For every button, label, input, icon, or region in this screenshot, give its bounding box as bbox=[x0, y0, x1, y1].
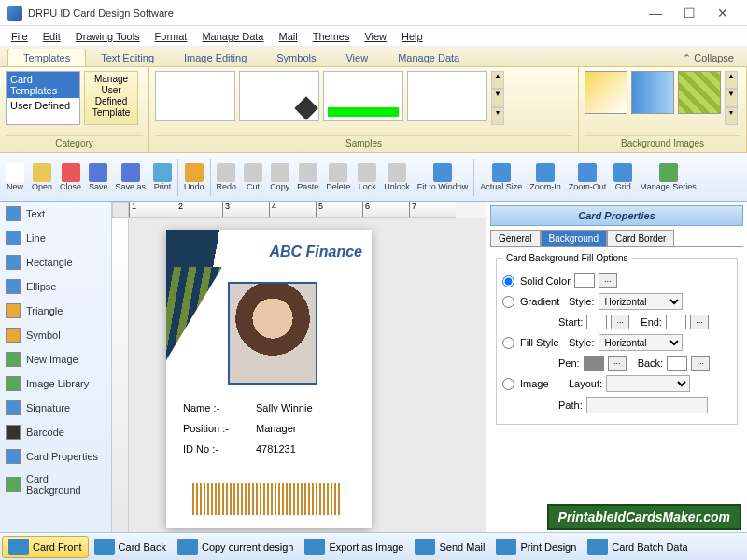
tool-imagelib[interactable]: Image Library bbox=[0, 371, 111, 396]
save-button[interactable]: Save bbox=[85, 161, 112, 193]
tool-symbol[interactable]: Symbol bbox=[0, 323, 111, 347]
pen-swatch[interactable] bbox=[584, 356, 604, 371]
ribbon-tab-symbols[interactable]: Symbols bbox=[261, 49, 331, 66]
solid-color-picker-button[interactable]: ... bbox=[599, 273, 617, 288]
footer-front-button[interactable]: Card Front bbox=[2, 536, 89, 558]
sample-down-button[interactable]: ▼ bbox=[491, 89, 504, 106]
gradient-end-swatch[interactable] bbox=[666, 315, 686, 329]
solid-color-radio[interactable] bbox=[502, 275, 514, 287]
image-radio[interactable] bbox=[502, 378, 514, 390]
sample-up-button[interactable]: ▲ bbox=[491, 71, 504, 89]
gradient-end-picker[interactable]: ... bbox=[690, 315, 709, 329]
close-button[interactable]: Close bbox=[56, 161, 85, 193]
sample-card[interactable] bbox=[323, 71, 403, 121]
prop-tab-card-border[interactable]: Card Border bbox=[607, 230, 674, 246]
paste-button[interactable]: Paste bbox=[293, 161, 322, 193]
ribbon-tab-text-editing[interactable]: Text Editing bbox=[86, 49, 169, 66]
tool-text[interactable]: Text bbox=[0, 202, 111, 226]
footer-sendmail-button[interactable]: Send Mail bbox=[409, 537, 490, 557]
canvas-stage[interactable]: ABC Finance Name :-Sally WinniePosition … bbox=[129, 218, 486, 532]
bg-up-button[interactable]: ▲ bbox=[725, 71, 738, 89]
barcode[interactable] bbox=[192, 483, 342, 515]
menu-help[interactable]: Help bbox=[394, 29, 430, 44]
fit-button[interactable]: Fit to Window bbox=[414, 161, 472, 193]
tool-rectangle[interactable]: Rectangle bbox=[0, 250, 111, 274]
category-item[interactable]: Card Templates bbox=[7, 72, 79, 98]
close-button[interactable]: ✕ bbox=[706, 4, 740, 22]
back-swatch[interactable] bbox=[667, 356, 687, 371]
sample-card[interactable] bbox=[239, 71, 319, 121]
gradient-start-picker[interactable]: ... bbox=[611, 315, 629, 329]
bg-more-button[interactable]: ▾ bbox=[725, 107, 738, 125]
bg-thumb[interactable] bbox=[585, 71, 627, 114]
menu-themes[interactable]: Themes bbox=[305, 29, 358, 44]
menu-drawing-tools[interactable]: Drawing Tools bbox=[68, 29, 148, 44]
menu-manage-data[interactable]: Manage Data bbox=[194, 29, 271, 44]
sample-more-button[interactable]: ▾ bbox=[491, 107, 504, 125]
grid-button[interactable]: Grid bbox=[610, 161, 636, 193]
tool-newimage[interactable]: New Image bbox=[0, 347, 111, 371]
series-button[interactable]: Manage Series bbox=[636, 161, 700, 193]
menu-file[interactable]: File bbox=[4, 29, 35, 44]
ribbon-tab-image-editing[interactable]: Image Editing bbox=[169, 49, 261, 66]
tool-cardbg[interactable]: Card Background bbox=[0, 469, 111, 500]
ribbon-tab-manage-data[interactable]: Manage Data bbox=[383, 49, 474, 66]
gradient-start-swatch[interactable] bbox=[586, 315, 607, 329]
tool-signature[interactable]: Signature bbox=[0, 396, 111, 420]
delete-button[interactable]: Delete bbox=[322, 161, 354, 193]
sample-card[interactable] bbox=[155, 71, 235, 121]
print-button[interactable]: Print bbox=[149, 161, 176, 193]
footer-back-button[interactable]: Card Back bbox=[89, 537, 172, 557]
category-list[interactable]: Card Templates User Defined bbox=[6, 71, 80, 125]
prop-tab-general[interactable]: General bbox=[490, 230, 541, 246]
image-path-input[interactable] bbox=[586, 397, 708, 413]
manage-template-button[interactable]: Manage User Defined Template bbox=[84, 71, 138, 125]
ribbon-tab-templates[interactable]: Templates bbox=[7, 49, 86, 66]
footer-export-button[interactable]: Export as Image bbox=[299, 537, 409, 557]
copy-button[interactable]: Copy bbox=[266, 161, 293, 193]
bg-thumb[interactable] bbox=[678, 71, 721, 114]
bg-thumb[interactable] bbox=[631, 71, 674, 114]
back-picker[interactable]: ... bbox=[691, 356, 710, 371]
id-card[interactable]: ABC Finance Name :-Sally WinniePosition … bbox=[166, 230, 372, 528]
open-button[interactable]: Open bbox=[28, 161, 56, 193]
zoomout-button[interactable]: Zoom-Out bbox=[565, 161, 611, 193]
tool-triangle[interactable]: Triangle bbox=[0, 299, 111, 323]
saveas-button[interactable]: Save as bbox=[112, 161, 150, 193]
bg-down-button[interactable]: ▼ bbox=[725, 89, 738, 106]
sample-card[interactable] bbox=[407, 71, 487, 121]
solid-color-swatch[interactable] bbox=[574, 273, 595, 288]
cut-button[interactable]: Cut bbox=[240, 161, 266, 193]
redo-button[interactable]: Redo bbox=[213, 161, 241, 193]
maximize-button[interactable]: ☐ bbox=[672, 4, 706, 22]
lock-button[interactable]: Lock bbox=[354, 161, 380, 193]
unlock-button[interactable]: Unlock bbox=[380, 161, 414, 193]
menu-view[interactable]: View bbox=[357, 29, 394, 44]
menu-mail[interactable]: Mail bbox=[271, 29, 304, 44]
tool-barcode[interactable]: Barcode bbox=[0, 420, 111, 444]
pen-picker[interactable]: ... bbox=[608, 356, 627, 371]
collapse-button[interactable]: ⌃ Collapse bbox=[677, 50, 740, 66]
actual-button[interactable]: Actual Size bbox=[476, 161, 526, 193]
fillstyle-radio[interactable] bbox=[502, 337, 514, 349]
footer-printdesign-button[interactable]: Print Design bbox=[490, 537, 582, 557]
ribbon-tab-view[interactable]: View bbox=[331, 49, 383, 66]
menu-edit[interactable]: Edit bbox=[35, 29, 68, 44]
tool-line[interactable]: Line bbox=[0, 226, 111, 250]
image-layout-select[interactable] bbox=[606, 375, 690, 392]
gradient-radio[interactable] bbox=[502, 296, 514, 308]
zoomin-button[interactable]: Zoom-In bbox=[526, 161, 565, 193]
photo-frame[interactable] bbox=[228, 282, 317, 385]
new-button[interactable]: New bbox=[2, 161, 28, 193]
fillstyle-select[interactable]: Horizontal bbox=[599, 334, 683, 351]
minimize-button[interactable]: — bbox=[639, 4, 672, 22]
prop-tab-background[interactable]: Background bbox=[541, 230, 607, 246]
footer-batch-button[interactable]: Card Batch Data bbox=[582, 537, 693, 557]
undo-button[interactable]: Undo bbox=[180, 161, 208, 193]
category-item[interactable]: User Defined bbox=[7, 98, 79, 113]
tool-ellipse[interactable]: Ellipse bbox=[0, 274, 111, 299]
gradient-style-select[interactable]: Horizontal bbox=[599, 293, 683, 310]
menu-format[interactable]: Format bbox=[148, 29, 195, 44]
footer-copydesign-button[interactable]: Copy current design bbox=[172, 537, 299, 557]
tool-cardprops[interactable]: Card Properties bbox=[0, 444, 111, 469]
